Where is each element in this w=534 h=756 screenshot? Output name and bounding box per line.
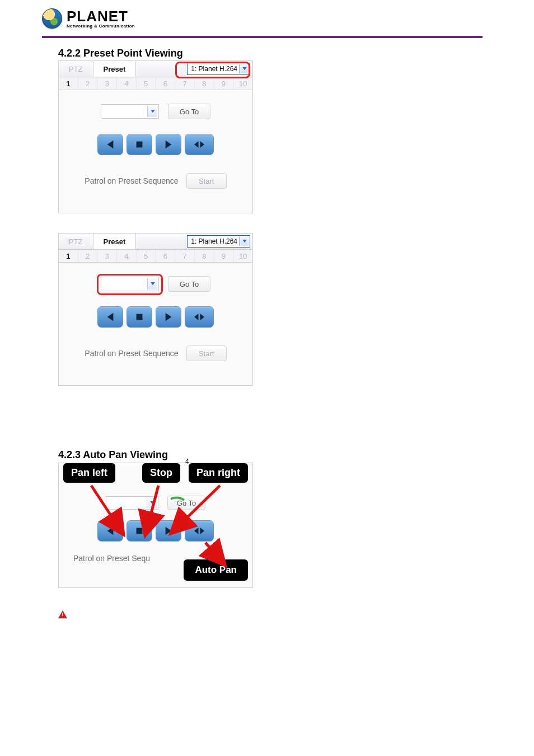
label-pan-right: 4 Pan right [189, 463, 248, 483]
play-button[interactable] [156, 134, 181, 155]
camera-select[interactable]: 1: Planet H.264 [187, 235, 250, 248]
preset-number-7[interactable]: 7 [175, 77, 195, 90]
label-index-4: 4 [185, 458, 189, 465]
preset-select[interactable] [106, 496, 158, 510]
brand-name: PLANET [67, 9, 135, 24]
play-prev-button[interactable] [97, 306, 123, 328]
label-auto-pan: Auto Pan [184, 559, 248, 581]
step-button[interactable] [185, 306, 214, 328]
start-button[interactable]: Start [186, 173, 227, 189]
tab-preset[interactable]: Preset [93, 61, 137, 77]
chevron-down-icon [147, 278, 157, 290]
preset-select[interactable] [101, 104, 159, 119]
camera-select-value: 1: Planet H.264 [191, 237, 237, 245]
playback-controls [59, 520, 252, 542]
stop-button[interactable] [127, 134, 152, 155]
preset-number-2[interactable]: 2 [78, 250, 98, 262]
preset-number-row: 1 2 3 4 5 6 7 8 9 10 [59, 250, 252, 263]
label-pan-left: Pan left [63, 463, 115, 483]
chevron-down-icon [240, 237, 249, 246]
play-prev-button[interactable] [97, 520, 123, 542]
header-divider [42, 36, 483, 38]
preset-number-8[interactable]: 8 [195, 250, 214, 262]
tab-preset[interactable]: Preset [93, 234, 137, 249]
playback-controls [59, 306, 252, 328]
preset-number-6[interactable]: 6 [156, 250, 176, 262]
patrol-label: Patrol on Preset Sequ [73, 554, 150, 563]
preset-number-10[interactable]: 10 [233, 77, 252, 90]
preset-number-9[interactable]: 9 [214, 77, 234, 90]
preset-number-5[interactable]: 5 [137, 77, 156, 90]
preset-number-8[interactable]: 8 [195, 77, 214, 90]
preset-number-3[interactable]: 3 [97, 250, 117, 262]
camera-select-value: 1: Planet H.264 [191, 65, 237, 73]
playback-controls [59, 134, 252, 155]
goto-button[interactable]: Go To [167, 496, 205, 510]
svg-rect-0 [137, 142, 143, 148]
tab-ptz[interactable]: PTZ [59, 61, 93, 77]
label-stop: Stop [142, 463, 180, 483]
preset-number-9[interactable]: 9 [214, 250, 234, 262]
preset-number-2[interactable]: 2 [78, 77, 98, 90]
chevron-down-icon [240, 64, 249, 73]
goto-button[interactable]: Go To [168, 104, 210, 119]
start-button[interactable]: Start [186, 346, 227, 361]
brand-tagline: Networking & Communication [67, 24, 135, 29]
preset-select[interactable] [101, 277, 159, 291]
goto-button-label: Go To [177, 499, 196, 507]
preset-number-5[interactable]: 5 [137, 250, 156, 262]
svg-rect-2 [137, 528, 143, 534]
section-heading-422: 4.2.2 Preset Point Viewing [58, 48, 183, 59]
warning-icon [58, 610, 67, 618]
stop-button[interactable] [127, 520, 152, 542]
patrol-label: Patrol on Preset Sequence [85, 176, 178, 185]
play-prev-button[interactable] [97, 134, 123, 155]
goto-button[interactable]: Go To [168, 276, 210, 292]
preset-panel-top: PTZ Preset 1: Planet H.264 1 2 3 4 5 6 7… [58, 60, 253, 213]
patrol-label: Patrol on Preset Sequence [85, 349, 178, 358]
preset-number-row: 1 2 3 4 5 6 7 8 9 10 [59, 77, 252, 90]
preset-number-4[interactable]: 4 [117, 77, 137, 90]
step-button[interactable] [185, 520, 214, 542]
stop-button[interactable] [127, 306, 152, 328]
preset-number-1[interactable]: 1 [59, 77, 78, 90]
preset-number-6[interactable]: 6 [156, 77, 176, 90]
preset-number-4[interactable]: 4 [117, 250, 137, 262]
preset-panel-bottom: PTZ Preset 1: Planet H.264 1 2 3 4 5 6 7… [58, 233, 253, 386]
preset-number-7[interactable]: 7 [175, 250, 195, 262]
brand-logo: PLANET Networking & Communication [42, 8, 135, 29]
autopan-figure: Pan left Stop 4 Pan right Go To Patrol o… [58, 463, 253, 588]
preset-number-3[interactable]: 3 [97, 77, 117, 90]
chevron-down-icon [147, 106, 157, 117]
preset-number-10[interactable]: 10 [233, 250, 252, 262]
section-heading-423: 4.2.3 Auto Pan Viewing [58, 449, 168, 461]
play-button[interactable] [156, 520, 181, 542]
step-button[interactable] [185, 134, 214, 155]
chevron-down-icon [147, 497, 157, 508]
globe-icon [42, 8, 62, 29]
tab-ptz[interactable]: PTZ [59, 234, 93, 249]
svg-rect-1 [137, 314, 143, 320]
play-button[interactable] [156, 306, 181, 328]
preset-number-1[interactable]: 1 [59, 250, 78, 262]
camera-select[interactable]: 1: Planet H.264 [187, 63, 250, 75]
